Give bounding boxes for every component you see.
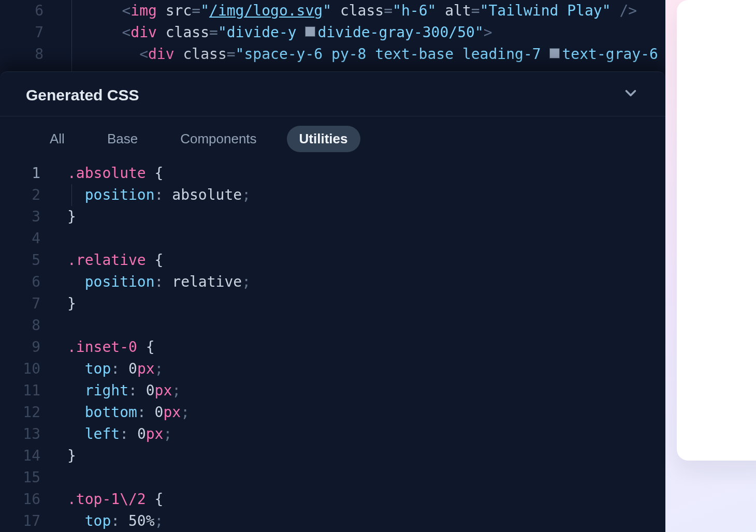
color-swatch-icon xyxy=(549,48,560,58)
code-line[interactable]: <div class="divide-y divide-gray-300/50"… xyxy=(87,22,665,43)
line-number: 8 xyxy=(0,43,43,65)
html-editor[interactable]: 678 <img src="/img/logo.svg" class="h-6"… xyxy=(0,0,665,71)
tab-all[interactable]: All xyxy=(37,126,77,152)
code-line[interactable]: } xyxy=(67,293,665,315)
code-line[interactable]: <div class="space-y-6 py-8 text-base lea… xyxy=(87,43,665,65)
code-line[interactable] xyxy=(67,315,665,336)
css-editor[interactable]: 1234567891011121314151617 .absolute { po… xyxy=(0,155,665,532)
html-gutter: 678 xyxy=(0,0,57,71)
preview-card xyxy=(677,0,756,461)
indent-guide xyxy=(71,0,72,71)
chevron-down-icon[interactable] xyxy=(622,84,639,106)
color-swatch-icon xyxy=(305,26,315,37)
line-number: 5 xyxy=(0,249,40,271)
code-line[interactable]: top: 50%; xyxy=(67,510,665,532)
code-line[interactable] xyxy=(67,228,665,249)
line-number: 6 xyxy=(0,0,43,22)
line-number: 3 xyxy=(0,206,40,228)
css-code[interactable]: .absolute { position: absolute;} .relati… xyxy=(67,162,665,532)
line-number: 14 xyxy=(0,445,40,467)
code-line[interactable]: .inset-0 { xyxy=(67,336,665,358)
panel-header[interactable]: Generated CSS xyxy=(0,72,665,116)
code-line[interactable]: position: absolute; xyxy=(67,184,665,206)
line-number: 16 xyxy=(0,489,40,510)
panel-title: Generated CSS xyxy=(26,86,139,104)
code-line[interactable]: } xyxy=(67,445,665,467)
code-line[interactable]: bottom: 0px; xyxy=(67,402,665,423)
line-number: 12 xyxy=(0,402,40,423)
line-number: 10 xyxy=(0,358,40,380)
code-line[interactable]: .relative { xyxy=(67,249,665,271)
code-line[interactable]: position: relative; xyxy=(67,271,665,293)
line-number: 15 xyxy=(0,467,40,489)
tab-utilities[interactable]: Utilities xyxy=(287,126,360,152)
code-line[interactable]: .top-1\/2 { xyxy=(67,489,665,510)
line-number: 7 xyxy=(0,293,40,315)
indent-guide xyxy=(71,184,72,206)
code-line[interactable]: top: 0px; xyxy=(67,358,665,380)
code-line[interactable]: <img src="/img/logo.svg" class="h-6" alt… xyxy=(87,0,665,22)
generated-css-panel: Generated CSS AllBaseComponentsUtilities… xyxy=(0,71,665,532)
editor-column: 678 <img src="/img/logo.svg" class="h-6"… xyxy=(0,0,665,532)
preview-pane xyxy=(665,0,756,532)
line-number: 7 xyxy=(0,22,43,43)
line-number: 9 xyxy=(0,336,40,358)
code-line[interactable] xyxy=(67,467,665,489)
line-number: 11 xyxy=(0,380,40,402)
code-line[interactable]: } xyxy=(67,206,665,228)
css-tabs: AllBaseComponentsUtilities xyxy=(0,116,665,155)
line-number: 4 xyxy=(0,228,40,249)
html-code[interactable]: <img src="/img/logo.svg" class="h-6" alt… xyxy=(87,0,665,65)
code-line[interactable]: right: 0px; xyxy=(67,380,665,402)
tab-components[interactable]: Components xyxy=(168,126,269,152)
line-number: 13 xyxy=(0,423,40,445)
code-line[interactable]: left: 0px; xyxy=(67,423,665,445)
line-number: 2 xyxy=(0,184,40,206)
line-number: 1 xyxy=(0,162,40,184)
css-gutter: 1234567891011121314151617 xyxy=(0,162,51,532)
line-number: 6 xyxy=(0,271,40,293)
line-number: 8 xyxy=(0,315,40,336)
line-number: 17 xyxy=(0,510,40,532)
tab-base[interactable]: Base xyxy=(95,126,150,152)
code-line[interactable]: .absolute { xyxy=(67,162,665,184)
